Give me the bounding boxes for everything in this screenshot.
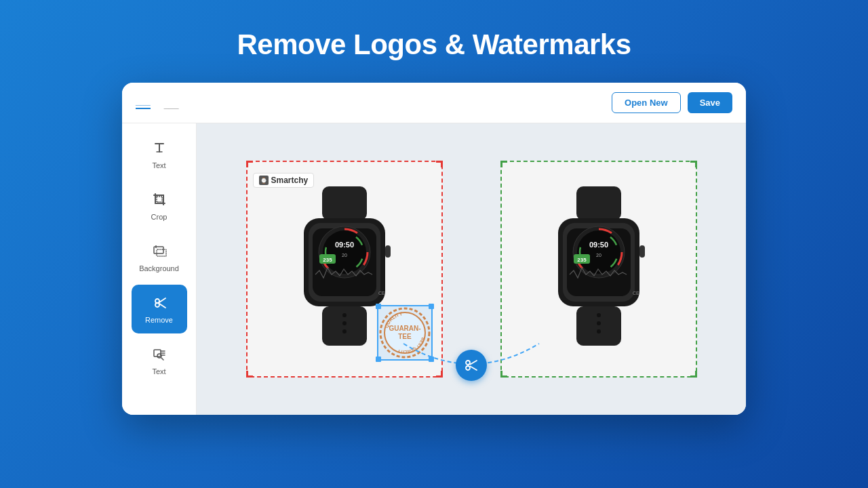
smartchy-icon: ⌚ — [259, 176, 269, 185]
open-new-button[interactable]: Open New — [612, 92, 681, 113]
app-window: ___ ___ Open New Save Text — [122, 83, 746, 415]
scissors-icon — [464, 358, 479, 373]
wm-handle-bl[interactable] — [376, 357, 381, 362]
svg-line-10 — [159, 304, 165, 308]
sidebar-remove-label: Remove — [145, 316, 173, 324]
sidebar: Text Crop — [122, 123, 197, 415]
canvas-area: ⌚ Smartchy 09:50 20 — [197, 123, 746, 415]
sidebar-text-bottom-label: Text — [152, 367, 165, 375]
corner-tl-green — [500, 161, 507, 167]
svg-point-42 — [466, 366, 470, 370]
wm-handle-tr[interactable] — [429, 304, 434, 309]
connecting-curve-container — [397, 337, 546, 378]
sidebar-item-remove[interactable]: Remove — [132, 285, 187, 333]
sidebar-item-text-bottom[interactable]: Text — [132, 336, 187, 385]
tab-inactive[interactable]: ___ — [164, 99, 179, 109]
corner-tr-red — [436, 161, 443, 167]
svg-point-8 — [155, 303, 159, 307]
svg-line-43 — [471, 361, 477, 365]
smartchy-text: Smartchy — [271, 176, 309, 185]
text-top-icon — [152, 140, 167, 158]
crop-icon — [152, 192, 167, 209]
app-body: Text Crop — [122, 123, 746, 415]
header-buttons: Open New Save — [612, 92, 732, 113]
sidebar-text-top-label: Text — [152, 161, 165, 169]
svg-rect-5 — [157, 249, 166, 256]
sidebar-crop-label: Crop — [151, 213, 167, 221]
remove-icon — [152, 295, 167, 312]
svg-rect-4 — [154, 247, 163, 253]
tab-active[interactable]: ___ — [136, 96, 151, 109]
corner-tr-green — [690, 161, 697, 167]
sidebar-item-background[interactable]: Background — [132, 233, 187, 282]
corner-br-green — [690, 371, 697, 378]
app-header: ___ ___ Open New Save — [122, 83, 746, 123]
sidebar-background-label: Background — [139, 264, 179, 272]
svg-line-13 — [161, 358, 163, 360]
svg-point-41 — [466, 361, 470, 365]
save-button[interactable]: Save — [688, 92, 732, 113]
text-bottom-icon — [152, 346, 167, 364]
corner-tl-red — [246, 161, 253, 167]
header-tabs: ___ ___ — [136, 96, 178, 109]
sidebar-item-crop[interactable]: Crop — [132, 182, 187, 230]
svg-line-44 — [471, 367, 477, 371]
page-title: Remove Logos & Watermarks — [237, 28, 631, 61]
sidebar-item-text-top[interactable]: Text — [132, 130, 187, 179]
corner-bl-red — [246, 371, 253, 378]
scissors-circle[interactable] — [456, 350, 487, 381]
smartchy-badge: ⌚ Smartchy — [253, 173, 315, 188]
svg-rect-3 — [157, 197, 162, 202]
wm-handle-tl[interactable] — [376, 304, 381, 309]
background-icon — [152, 243, 167, 261]
svg-line-9 — [159, 298, 165, 302]
